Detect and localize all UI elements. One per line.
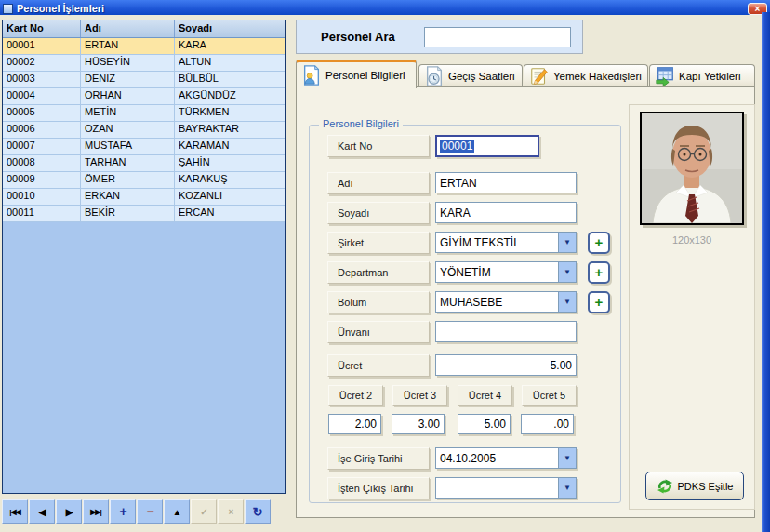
cell-soyadi: KARAMAN xyxy=(175,139,285,154)
cell-kart-no: 00001 xyxy=(3,38,81,54)
nav-insert-button[interactable]: + xyxy=(110,499,136,524)
tab-label: Kapı Yetkileri xyxy=(679,71,741,82)
ucret3-input[interactable] xyxy=(392,414,445,434)
soyadi-input[interactable] xyxy=(435,202,577,223)
cell-adi: ERTAN xyxy=(81,38,175,54)
personnel-grid: Kart No Adı Soyadı 00001 ERTAN KARA 0000… xyxy=(2,20,286,494)
cell-soyadi: ERCAN xyxy=(175,206,285,221)
sirket-value: GİYİM TEKSTİL xyxy=(436,233,558,252)
notepad-pencil-icon xyxy=(529,66,550,86)
cell-soyadi: KARAKUŞ xyxy=(175,172,285,188)
nav-post-button[interactable]: ✓ xyxy=(191,499,217,524)
table-row[interactable]: 00004 ORHAN AKGÜNDÜZ xyxy=(3,88,285,105)
search-label: Personel Ara xyxy=(321,30,395,44)
table-row[interactable]: 00007 MUSTAFA KARAMAN xyxy=(3,139,285,155)
table-row[interactable]: 00002 HÜSEYİN ALTUN xyxy=(3,55,285,72)
sirket-combobox[interactable]: GİYİM TEKSTİL ▼ xyxy=(435,232,577,253)
chevron-down-icon[interactable]: ▼ xyxy=(558,262,576,282)
isten-cikis-tarihi-datepicker[interactable]: ▼ xyxy=(435,477,577,499)
bolum-combobox[interactable]: MUHASEBE ▼ xyxy=(435,291,577,313)
table-row[interactable]: 00003 DENİZ BÜLBÜL xyxy=(3,72,285,88)
table-row[interactable]: 00008 TARHAN ŞAHİN xyxy=(3,155,285,172)
tab-yemek-hakedisleri[interactable]: Yemek Hakedişleri xyxy=(524,64,648,86)
add-departman-button[interactable]: + xyxy=(588,261,610,284)
cell-soyadi: KARA xyxy=(175,38,285,54)
tab-personel-bilgileri[interactable]: Personel Bilgileri xyxy=(296,60,417,88)
isten-cikis-tarihi-value xyxy=(436,478,558,498)
grid-header-kart-no: Kart No xyxy=(3,20,81,37)
cell-adi: BEKİR xyxy=(81,206,175,221)
departman-label: Departman xyxy=(327,261,430,284)
nav-cancel-button[interactable]: × xyxy=(218,499,244,524)
window-right-border xyxy=(762,12,770,532)
table-row[interactable]: 00005 METİN TÜRKMEN xyxy=(3,105,285,122)
ucret5-input[interactable] xyxy=(521,414,574,434)
nav-prior-button[interactable]: ◀ xyxy=(29,499,55,524)
add-sirket-button[interactable]: + xyxy=(588,232,610,254)
db-navigator: |◀◀ ◀ ▶ ▶▶| + − ▲ ✓ × ↻ xyxy=(2,499,271,524)
grid-header-adi: Adı xyxy=(81,20,175,37)
table-row[interactable]: 00011 BEKİR ERCAN xyxy=(3,206,285,222)
cell-kart-no: 00004 xyxy=(3,88,81,104)
cell-kart-no: 00011 xyxy=(3,206,81,221)
departman-combobox[interactable]: YÖNETİM ▼ xyxy=(435,261,577,283)
adi-label: Adı xyxy=(327,172,430,194)
pdks-button-label: PDKS Eşitle xyxy=(678,481,734,492)
cell-soyadi: BÜLBÜL xyxy=(175,72,285,87)
groupbox-title: Personel Bilgileri xyxy=(319,118,403,129)
cell-kart-no: 00010 xyxy=(3,189,81,205)
grid-header-soyadi: Soyadı xyxy=(175,20,285,37)
titlebar: Personel İşlemleri × xyxy=(0,0,770,15)
nav-delete-button[interactable]: − xyxy=(137,499,163,524)
ucret5-label: Ücret 5 xyxy=(522,385,577,406)
cell-kart-no: 00003 xyxy=(3,72,81,87)
nav-refresh-button[interactable]: ↻ xyxy=(245,499,271,524)
table-row[interactable]: 00006 OZAN BAYRAKTAR xyxy=(3,122,285,139)
cell-adi: MUSTAFA xyxy=(81,139,175,154)
cell-adi: METİN xyxy=(81,105,175,121)
isten-cikis-tarihi-label: İşten Çıkış Tarihi xyxy=(327,477,430,499)
nav-edit-button[interactable]: ▲ xyxy=(164,499,190,524)
add-bolum-button[interactable]: + xyxy=(588,291,610,313)
table-row[interactable]: 00010 ERKAN KOZANLI xyxy=(3,189,285,206)
cell-kart-no: 00005 xyxy=(3,105,81,121)
cell-kart-no: 00006 xyxy=(3,122,81,138)
ucret4-input[interactable] xyxy=(458,414,511,434)
nav-first-button[interactable]: |◀◀ xyxy=(2,499,28,524)
cell-kart-no: 00009 xyxy=(3,172,81,188)
ucret-input[interactable] xyxy=(435,354,577,376)
nav-next-button[interactable]: ▶ xyxy=(56,499,82,524)
ucret2-label: Ücret 2 xyxy=(328,385,383,406)
cell-adi: TARHAN xyxy=(81,155,175,171)
ucret3-label: Ücret 3 xyxy=(392,385,447,406)
ise-giris-tarihi-value: 04.10.2005 xyxy=(436,448,558,468)
tab-kapi-yetkileri[interactable]: Kapı Yetkileri xyxy=(649,64,755,86)
cell-soyadi: TÜRKMEN xyxy=(175,105,285,121)
table-row[interactable]: 00001 ERTAN KARA xyxy=(3,38,285,55)
kart-no-selected-text: 00001 xyxy=(440,140,474,153)
portrait-image xyxy=(642,113,742,223)
cell-soyadi: AKGÜNDÜZ xyxy=(175,88,285,104)
tab-label: Yemek Hakedişleri xyxy=(553,71,642,82)
chevron-down-icon[interactable]: ▼ xyxy=(558,292,576,312)
adi-input[interactable] xyxy=(435,172,577,193)
nav-last-button[interactable]: ▶▶| xyxy=(83,499,109,524)
ucret-label: Ücret xyxy=(327,354,430,377)
cell-soyadi: ŞAHİN xyxy=(175,155,285,171)
ise-giris-tarihi-datepicker[interactable]: 04.10.2005 ▼ xyxy=(435,447,577,469)
unvani-input[interactable] xyxy=(435,321,577,342)
tab-gecis-saatleri[interactable]: Geçiş Saatleri xyxy=(418,64,523,86)
table-row[interactable]: 00009 ÖMER KARAKUŞ xyxy=(3,172,285,189)
search-input[interactable] xyxy=(424,27,571,47)
cell-kart-no: 00002 xyxy=(3,55,81,71)
tab-label: Personel Bilgileri xyxy=(325,70,405,81)
tab-label: Geçiş Saatleri xyxy=(448,71,515,82)
chevron-down-icon[interactable]: ▼ xyxy=(558,448,576,468)
ucret2-input[interactable] xyxy=(328,414,381,434)
clock-document-icon xyxy=(424,66,445,86)
pdks-esitle-button[interactable]: PDKS Eşitle xyxy=(645,472,744,500)
kart-no-input[interactable]: 00001 xyxy=(435,135,539,157)
sirket-label: Şirket xyxy=(327,232,430,254)
chevron-down-icon[interactable]: ▼ xyxy=(558,233,576,252)
chevron-down-icon[interactable]: ▼ xyxy=(558,478,576,498)
